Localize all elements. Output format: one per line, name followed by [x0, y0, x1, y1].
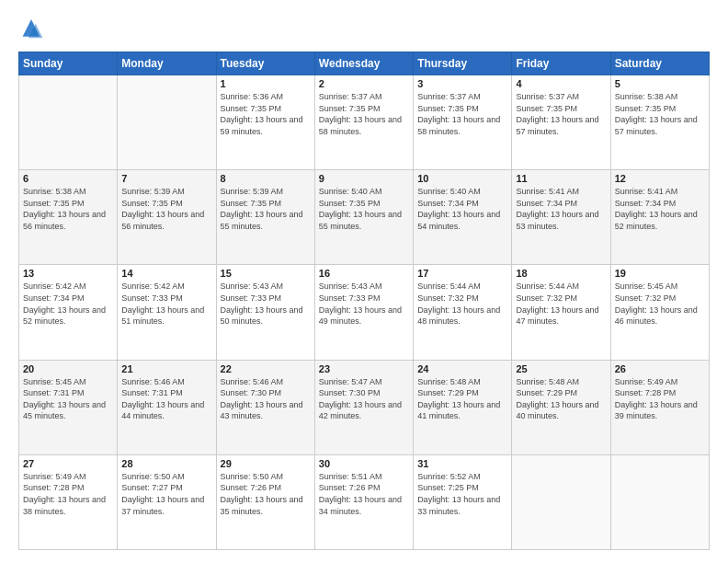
- cell-sun-info: Sunrise: 5:50 AMSunset: 7:27 PMDaylight:…: [121, 471, 211, 517]
- cell-sun-info: Sunrise: 5:39 AMSunset: 7:35 PMDaylight:…: [121, 186, 211, 232]
- calendar-cell: 27Sunrise: 5:49 AMSunset: 7:28 PMDayligh…: [19, 454, 118, 549]
- day-number: 20: [23, 363, 113, 374]
- calendar-cell: [512, 454, 610, 549]
- calendar-cell: 26Sunrise: 5:49 AMSunset: 7:28 PMDayligh…: [610, 360, 709, 454]
- calendar-cell: 22Sunrise: 5:46 AMSunset: 7:30 PMDayligh…: [216, 360, 314, 454]
- day-number: 8: [221, 173, 311, 184]
- calendar-cell: 24Sunrise: 5:48 AMSunset: 7:29 PMDayligh…: [414, 360, 512, 454]
- calendar-cell: 18Sunrise: 5:44 AMSunset: 7:32 PMDayligh…: [512, 265, 610, 360]
- day-number: 10: [417, 173, 507, 184]
- calendar-cell: 11Sunrise: 5:41 AMSunset: 7:34 PMDayligh…: [512, 170, 610, 265]
- calendar-cell: 8Sunrise: 5:39 AMSunset: 7:35 PMDaylight…: [216, 170, 314, 265]
- calendar-cell: 25Sunrise: 5:48 AMSunset: 7:29 PMDayligh…: [512, 360, 610, 454]
- cell-sun-info: Sunrise: 5:46 AMSunset: 7:30 PMDaylight:…: [221, 376, 311, 422]
- day-number: 3: [417, 78, 507, 89]
- cell-sun-info: Sunrise: 5:42 AMSunset: 7:33 PMDaylight:…: [121, 281, 211, 327]
- generalblue-logo-icon: [18, 17, 44, 42]
- cell-sun-info: Sunrise: 5:41 AMSunset: 7:34 PMDaylight:…: [615, 186, 705, 232]
- day-number: 5: [615, 78, 705, 89]
- calendar-cell: 15Sunrise: 5:43 AMSunset: 7:33 PMDayligh…: [216, 265, 314, 360]
- day-number: 13: [23, 268, 113, 279]
- day-number: 12: [615, 173, 705, 184]
- day-number: 18: [516, 268, 606, 279]
- calendar-cell: 3Sunrise: 5:37 AMSunset: 7:35 PMDaylight…: [414, 75, 512, 170]
- day-number: 2: [319, 78, 409, 89]
- calendar-cell: 1Sunrise: 5:36 AMSunset: 7:35 PMDaylight…: [216, 75, 314, 170]
- cell-sun-info: Sunrise: 5:37 AMSunset: 7:35 PMDaylight:…: [319, 91, 409, 137]
- day-number: 26: [615, 363, 705, 374]
- calendar-cell: 4Sunrise: 5:37 AMSunset: 7:35 PMDaylight…: [512, 75, 610, 170]
- day-number: 31: [417, 458, 507, 469]
- calendar-cell: 31Sunrise: 5:52 AMSunset: 7:25 PMDayligh…: [414, 454, 512, 549]
- calendar-cell: 20Sunrise: 5:45 AMSunset: 7:31 PMDayligh…: [19, 360, 118, 454]
- cell-sun-info: Sunrise: 5:52 AMSunset: 7:25 PMDaylight:…: [417, 471, 507, 517]
- week-row-3: 13Sunrise: 5:42 AMSunset: 7:34 PMDayligh…: [19, 265, 710, 360]
- cell-sun-info: Sunrise: 5:45 AMSunset: 7:32 PMDaylight:…: [615, 281, 705, 327]
- header: [18, 17, 710, 42]
- week-row-4: 20Sunrise: 5:45 AMSunset: 7:31 PMDayligh…: [19, 360, 710, 454]
- day-number: 25: [516, 363, 606, 374]
- calendar-cell: 30Sunrise: 5:51 AMSunset: 7:26 PMDayligh…: [314, 454, 413, 549]
- calendar-cell: 13Sunrise: 5:42 AMSunset: 7:34 PMDayligh…: [19, 265, 118, 360]
- cell-sun-info: Sunrise: 5:49 AMSunset: 7:28 PMDaylight:…: [615, 376, 705, 422]
- day-header-monday: Monday: [118, 52, 216, 75]
- cell-sun-info: Sunrise: 5:49 AMSunset: 7:28 PMDaylight:…: [23, 471, 113, 517]
- calendar-cell: 17Sunrise: 5:44 AMSunset: 7:32 PMDayligh…: [414, 265, 512, 360]
- week-row-5: 27Sunrise: 5:49 AMSunset: 7:28 PMDayligh…: [19, 454, 710, 549]
- cell-sun-info: Sunrise: 5:39 AMSunset: 7:35 PMDaylight:…: [221, 186, 311, 232]
- cell-sun-info: Sunrise: 5:37 AMSunset: 7:35 PMDaylight:…: [417, 91, 507, 137]
- day-number: 27: [23, 458, 113, 469]
- calendar-cell: 23Sunrise: 5:47 AMSunset: 7:30 PMDayligh…: [314, 360, 413, 454]
- cell-sun-info: Sunrise: 5:43 AMSunset: 7:33 PMDaylight:…: [221, 281, 311, 327]
- logo: [18, 17, 48, 42]
- day-number: 21: [121, 363, 211, 374]
- cell-sun-info: Sunrise: 5:51 AMSunset: 7:26 PMDaylight:…: [319, 471, 409, 517]
- cell-sun-info: Sunrise: 5:50 AMSunset: 7:26 PMDaylight:…: [221, 471, 311, 517]
- cell-sun-info: Sunrise: 5:44 AMSunset: 7:32 PMDaylight:…: [417, 281, 507, 327]
- calendar-cell: 6Sunrise: 5:38 AMSunset: 7:35 PMDaylight…: [19, 170, 118, 265]
- day-number: 28: [121, 458, 211, 469]
- calendar-cell: 28Sunrise: 5:50 AMSunset: 7:27 PMDayligh…: [118, 454, 216, 549]
- cell-sun-info: Sunrise: 5:40 AMSunset: 7:35 PMDaylight:…: [319, 186, 409, 232]
- day-header-tuesday: Tuesday: [216, 52, 314, 75]
- calendar-cell: 19Sunrise: 5:45 AMSunset: 7:32 PMDayligh…: [610, 265, 709, 360]
- cell-sun-info: Sunrise: 5:45 AMSunset: 7:31 PMDaylight:…: [23, 376, 113, 422]
- cell-sun-info: Sunrise: 5:40 AMSunset: 7:34 PMDaylight:…: [417, 186, 507, 232]
- day-number: 30: [319, 458, 409, 469]
- calendar-cell: [19, 75, 118, 170]
- cell-sun-info: Sunrise: 5:41 AMSunset: 7:34 PMDaylight:…: [516, 186, 606, 232]
- day-number: 19: [615, 268, 705, 279]
- calendar-cell: 21Sunrise: 5:46 AMSunset: 7:31 PMDayligh…: [118, 360, 216, 454]
- cell-sun-info: Sunrise: 5:47 AMSunset: 7:30 PMDaylight:…: [319, 376, 409, 422]
- cell-sun-info: Sunrise: 5:43 AMSunset: 7:33 PMDaylight:…: [319, 281, 409, 327]
- day-number: 9: [319, 173, 409, 184]
- cell-sun-info: Sunrise: 5:38 AMSunset: 7:35 PMDaylight:…: [615, 91, 705, 137]
- day-header-wednesday: Wednesday: [314, 52, 413, 75]
- week-row-2: 6Sunrise: 5:38 AMSunset: 7:35 PMDaylight…: [19, 170, 710, 265]
- cell-sun-info: Sunrise: 5:36 AMSunset: 7:35 PMDaylight:…: [221, 91, 311, 137]
- calendar-cell: 9Sunrise: 5:40 AMSunset: 7:35 PMDaylight…: [314, 170, 413, 265]
- calendar-cell: 7Sunrise: 5:39 AMSunset: 7:35 PMDaylight…: [118, 170, 216, 265]
- day-number: 17: [417, 268, 507, 279]
- day-number: 11: [516, 173, 606, 184]
- day-number: 15: [221, 268, 311, 279]
- calendar-cell: 12Sunrise: 5:41 AMSunset: 7:34 PMDayligh…: [610, 170, 709, 265]
- calendar-cell: 14Sunrise: 5:42 AMSunset: 7:33 PMDayligh…: [118, 265, 216, 360]
- cell-sun-info: Sunrise: 5:44 AMSunset: 7:32 PMDaylight:…: [516, 281, 606, 327]
- calendar-cell: 29Sunrise: 5:50 AMSunset: 7:26 PMDayligh…: [216, 454, 314, 549]
- day-header-friday: Friday: [512, 52, 610, 75]
- cell-sun-info: Sunrise: 5:48 AMSunset: 7:29 PMDaylight:…: [516, 376, 606, 422]
- day-number: 23: [319, 363, 409, 374]
- day-number: 7: [121, 173, 211, 184]
- day-number: 29: [221, 458, 311, 469]
- calendar-cell: 5Sunrise: 5:38 AMSunset: 7:35 PMDaylight…: [610, 75, 709, 170]
- day-number: 14: [121, 268, 211, 279]
- calendar-cell: 16Sunrise: 5:43 AMSunset: 7:33 PMDayligh…: [314, 265, 413, 360]
- cell-sun-info: Sunrise: 5:38 AMSunset: 7:35 PMDaylight:…: [23, 186, 113, 232]
- week-row-1: 1Sunrise: 5:36 AMSunset: 7:35 PMDaylight…: [19, 75, 710, 170]
- cell-sun-info: Sunrise: 5:42 AMSunset: 7:34 PMDaylight:…: [23, 281, 113, 327]
- day-header-thursday: Thursday: [414, 52, 512, 75]
- day-header-sunday: Sunday: [19, 52, 118, 75]
- day-header-saturday: Saturday: [610, 52, 709, 75]
- day-number: 24: [417, 363, 507, 374]
